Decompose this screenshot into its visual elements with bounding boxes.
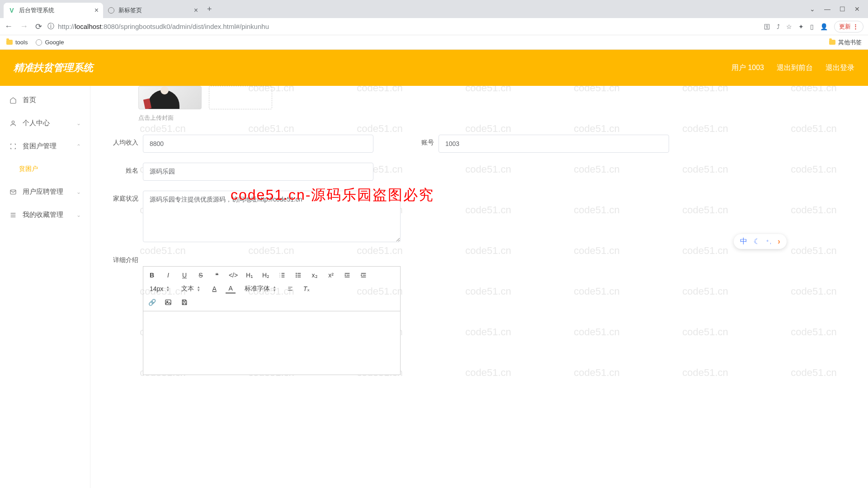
folder-icon [829,40,835,45]
url-text: http://localhost:8080/springbootsudk0/ad… [58,23,269,30]
align-button[interactable] [285,284,295,294]
details-label: 详细介绍 [109,252,138,264]
browser-tab[interactable]: 新标签页 × [103,3,203,18]
upload-thumbnail[interactable] [138,86,202,109]
app-header: 精准扶贫管理系统 用户 1003 退出到前台 退出登录 [0,50,868,86]
indent-button[interactable] [342,270,352,280]
forward-icon[interactable]: → [20,22,28,32]
font-color-button[interactable]: A [209,284,219,294]
editor-toolbar: B I U S ❝ </> H₁ H₂ x₂ x² 14px▲▼ [143,267,400,311]
svg-point-3 [296,275,297,275]
sidebar-item-label: 贫困户 [19,165,38,173]
sidebar-item-personal[interactable]: 个人中心 ⌄ [0,112,90,135]
quote-button[interactable]: ❝ [212,270,222,280]
image-button[interactable] [163,297,173,307]
chevron-down-icon: ⌄ [76,120,81,127]
rich-editor: B I U S ❝ </> H₁ H₂ x₂ x² 14px▲▼ [143,266,401,375]
chevron-up-icon: ⌃ [76,143,81,150]
ime-punct-icon[interactable]: ° , [766,239,771,244]
moon-icon[interactable]: ☾ [754,237,760,246]
bold-button[interactable]: B [147,270,157,280]
sidebar-item-recruit[interactable]: 用户应聘管理 ⌄ [0,180,90,203]
strike-button[interactable]: S [196,270,206,280]
upload-tip: 点击上传封面 [138,114,849,122]
ordered-list-button[interactable] [277,270,287,280]
info-icon[interactable]: ⓘ [47,22,54,31]
font-family-select[interactable]: 标准字体▲▼ [242,285,279,293]
new-tab-button[interactable]: + [203,5,217,14]
url-bar[interactable]: ⓘ http://localhost:8080/springbootsudk0/… [47,22,759,31]
vue-icon: V [8,7,15,14]
content-area: 点击上传封面 人均收入 账号 姓名 家庭状况 源码乐园专注提供优质源码，访问地址… [90,86,868,488]
bookmark-other[interactable]: 其他书签 [829,38,862,47]
bg-color-button[interactable]: A [226,284,236,294]
update-button[interactable]: 更新⋮ [834,21,863,33]
key-icon[interactable]: ⚿ [764,23,770,30]
sidebar-item-home[interactable]: 首页 [0,89,90,112]
home-icon [9,96,17,104]
svg-rect-5 [165,300,171,305]
tab-title: 新标签页 [118,6,142,14]
header-user[interactable]: 用户 1003 [731,63,764,73]
share-icon[interactable]: ⤴ [777,23,780,30]
star-icon[interactable]: ☆ [786,23,792,30]
profile-icon[interactable]: 👤 [820,23,828,30]
link-button[interactable]: 🔗 [147,297,157,307]
close-window-icon[interactable]: ✕ [854,5,860,13]
family-textarea[interactable]: 源码乐园专注提供优质源码，访问地址http://code51.cn [143,191,401,242]
h2-button[interactable]: H₂ [261,270,271,280]
ime-float[interactable]: 中 ☾ ° , › [734,234,787,249]
back-icon[interactable]: ← [5,22,13,32]
tab-title: 后台管理系统 [19,6,54,14]
italic-button[interactable]: I [163,270,173,280]
extension-icon[interactable]: ✦ [798,23,804,30]
sidebar-item-label: 首页 [23,96,36,104]
stack-icon [9,211,17,219]
chevron-right-icon[interactable]: › [778,237,780,246]
code-button[interactable]: </> [228,270,238,280]
header-frontend-link[interactable]: 退出到前台 [777,63,813,73]
bookmark-bar: tools Google 其他书签 [0,35,868,50]
family-label: 家庭状况 [109,191,138,203]
bookmark-google[interactable]: Google [36,39,64,46]
sidebar-item-poverty-mgmt[interactable]: 贫困户管理 ⌃ [0,135,90,158]
panel-icon[interactable]: ▯ [810,23,814,30]
unordered-list-button[interactable] [293,270,303,280]
sidebar-item-label: 贫困户管理 [23,142,57,150]
income-input[interactable] [143,135,373,153]
browser-tab-active[interactable]: V 后台管理系统 × [4,3,103,18]
folder-icon [6,40,13,45]
text-style-select[interactable]: 文本▲▼ [179,285,203,293]
minimize-icon[interactable]: ― [824,5,830,13]
editor-body[interactable] [143,311,400,375]
superscript-button[interactable]: x² [326,270,336,280]
account-label: 账号 [405,135,434,147]
sidebar-item-label: 用户应聘管理 [23,188,63,196]
save-button[interactable] [179,297,189,307]
close-icon[interactable]: × [94,6,99,14]
maximize-icon[interactable]: ☐ [840,5,845,13]
bookmark-tools[interactable]: tools [6,39,28,46]
font-size-select[interactable]: 14px▲▼ [147,285,172,292]
underline-button[interactable]: U [179,270,189,280]
clear-format-button[interactable]: Tₓ [302,284,311,294]
account-input[interactable] [439,135,669,153]
sidebar-item-label: 我的收藏管理 [23,211,63,219]
subscript-button[interactable]: x₂ [310,270,320,280]
outdent-button[interactable] [359,270,368,280]
reload-icon[interactable]: ⟳ [35,22,42,32]
upload-placeholder[interactable] [209,86,272,109]
browser-tabstrip: V 后台管理系统 × 新标签页 × + ⌄ ― ☐ ✕ [0,0,868,18]
sidebar-item-favorites[interactable]: 我的收藏管理 ⌄ [0,203,90,226]
close-icon[interactable]: × [194,6,198,14]
svg-point-0 [12,121,14,123]
scan-icon [9,142,17,150]
header-logout-link[interactable]: 退出登录 [826,63,854,73]
sidebar-item-poverty[interactable]: 贫困户 [0,158,90,180]
ime-zh-icon[interactable]: 中 [740,237,747,246]
chevron-down-icon[interactable]: ⌄ [810,5,815,13]
name-label: 姓名 [109,163,138,175]
globe-icon [108,7,115,14]
h1-button[interactable]: H₁ [245,270,255,280]
name-input[interactable] [143,163,373,181]
